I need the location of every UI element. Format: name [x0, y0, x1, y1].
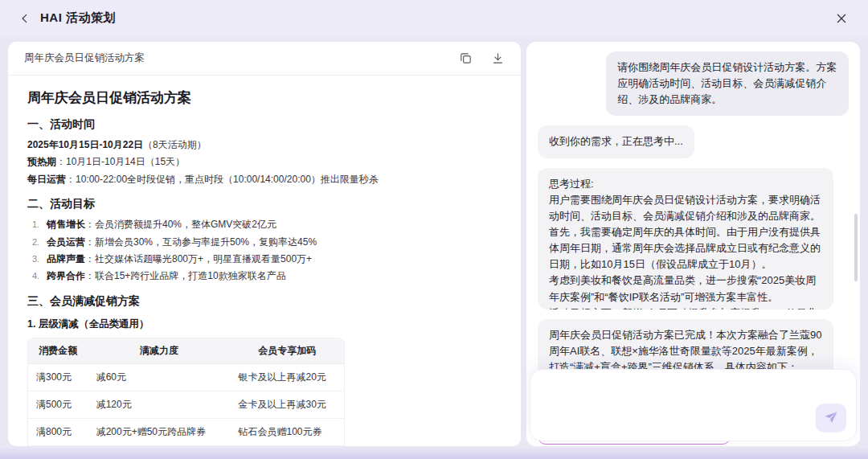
- assistant-thinking-bubble[interactable]: 思考过程: 用户需要围绕周年庆会员日促销设计活动方案，要求明确活动时间、活动目标…: [538, 168, 833, 309]
- chat-panel: 请你围绕周年庆会员日促销设计活动方案。方案应明确活动时间、活动目标、会员满减促销…: [526, 42, 860, 446]
- section-heading-time: 一、活动时间: [27, 117, 502, 132]
- table-header-cell: 满减力度: [88, 338, 231, 364]
- table-row: 满300元减60元银卡及以上再减20元: [28, 364, 344, 391]
- section-heading-goals: 二、活动目标: [27, 197, 502, 211]
- section-heading-promo: 三、会员满减促销方案: [27, 294, 502, 309]
- copy-icon: [459, 51, 473, 65]
- goal-item: 1.销售增长：会员消费额提升40%，整体GMV突破2亿元: [32, 218, 502, 232]
- assistant-thinking-row: 思考过程: 用户需要围绕周年庆会员日促销设计活动方案，要求明确活动时间、活动目标…: [538, 168, 849, 309]
- user-message-row: 请你围绕周年庆会员日促销设计活动方案。方案应明确活动时间、活动目标、会员满减促销…: [538, 51, 849, 116]
- document-toolbar: 周年庆会员日促销活动方案: [8, 42, 521, 76]
- app-header: HAI 活动策划: [0, 0, 868, 36]
- time-line: 预热期：10月1日-10月14日（15天）: [27, 155, 502, 169]
- time-line: 每日运营：10:00-22:00全时段促销，重点时段（10:00/14:00/2…: [27, 173, 502, 186]
- goal-item: 4.跨界合作：联合15+跨行业品牌，打造10款独家联名产品: [32, 269, 502, 283]
- assistant-message-row: 收到你的需求，正在思考中...: [538, 125, 849, 158]
- document-panel: 周年庆会员日促销活动方案 周年庆会员日促销活动方案 一、活动时间 2025年10…: [8, 42, 521, 446]
- table-header-row: 消费金额 满减力度 会员专享加码: [28, 338, 344, 364]
- download-document-button[interactable]: [490, 51, 505, 66]
- chevron-left-icon: [19, 13, 31, 24]
- chat-scrollbar[interactable]: [854, 214, 858, 281]
- chat-input-box: [530, 369, 857, 441]
- goal-item: 2.会员运营：新增会员30%，互动参与率提升50%，复购率达45%: [32, 236, 502, 249]
- discount-table: 消费金额 满减力度 会员专享加码 满300元减60元银卡及以上再减20元 满50…: [27, 338, 345, 446]
- subheading-tiered-discount: 1. 层级满减（全品类通用）: [27, 318, 502, 331]
- page-title: HAI 活动策划: [40, 10, 116, 26]
- table-header-cell: 消费金额: [28, 338, 88, 364]
- copy-document-button[interactable]: [458, 51, 473, 66]
- user-message-bubble: 请你围绕周年庆会员日促销设计活动方案。方案应明确活动时间、活动目标、会员满减促销…: [606, 51, 849, 116]
- assistant-ack-bubble: 收到你的需求，正在思考中...: [538, 125, 694, 158]
- document-title: 周年庆会员日促销活动方案: [27, 88, 502, 107]
- download-icon: [491, 51, 505, 65]
- back-button[interactable]: [16, 10, 34, 27]
- close-button[interactable]: [831, 8, 852, 29]
- send-button[interactable]: [816, 404, 846, 432]
- table-row: 满500元减120元金卡及以上再减30元: [28, 391, 344, 419]
- time-line: 2025年10月15日-10月22日（8天活动期）: [27, 138, 502, 152]
- table-header-cell: 会员专享加码: [231, 338, 345, 364]
- document-toolbar-title: 周年庆会员日促销活动方案: [24, 51, 145, 65]
- bottom-gradient: [0, 448, 868, 459]
- close-icon: [835, 12, 848, 25]
- goals-list: 1.销售增长：会员消费额提升40%，整体GMV突破2亿元 2.会员运营：新增会员…: [32, 218, 502, 284]
- goal-item: 3.品牌声量：社交媒体话题曝光800万+，明星直播观看量500万+: [32, 252, 502, 266]
- document-body: 周年庆会员日促销活动方案 一、活动时间 2025年10月15日-10月22日（8…: [8, 76, 521, 446]
- chat-input[interactable]: [542, 378, 845, 402]
- table-row: 满800元减200元+赠50元跨品牌券钻石会员赠100元券: [28, 419, 344, 446]
- send-icon: [824, 411, 838, 425]
